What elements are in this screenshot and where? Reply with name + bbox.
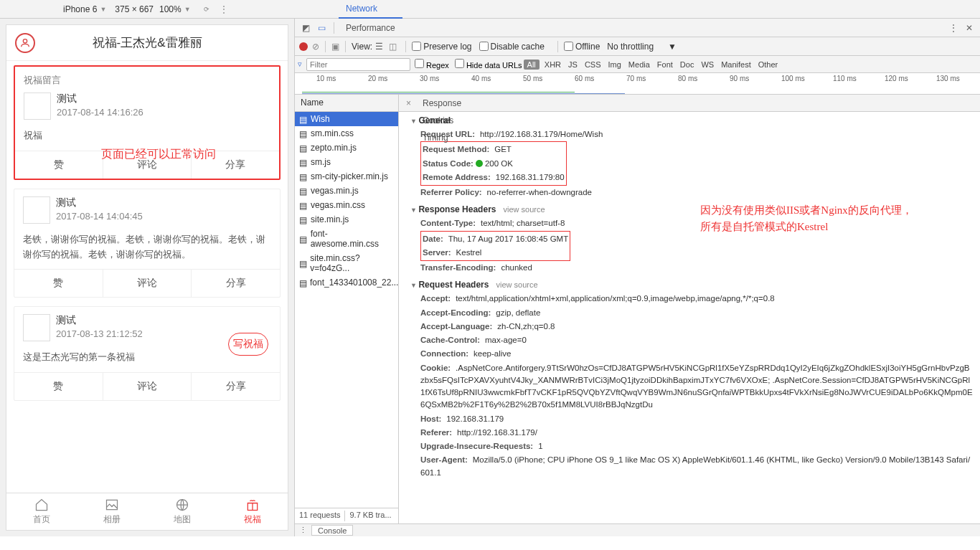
- capture-icon[interactable]: ▣: [331, 42, 339, 52]
- close-icon[interactable]: ✕: [963, 22, 975, 34]
- filter-type-js[interactable]: JS: [568, 60, 578, 69]
- devtools-tab-network[interactable]: Network: [339, 0, 402, 19]
- device-mode-icon[interactable]: ▭: [316, 22, 327, 34]
- viewport-dims[interactable]: 375 × 667: [115, 4, 154, 14]
- filter-type-ws[interactable]: WS: [701, 60, 714, 69]
- drawer-console-tab[interactable]: Console: [311, 525, 353, 536]
- device-select[interactable]: iPhone 6: [63, 4, 97, 14]
- preserve-log-checkbox[interactable]: Preserve log: [412, 42, 471, 52]
- request-row[interactable]: ▤zepto.min.js: [295, 141, 398, 155]
- like-button[interactable]: 赞: [15, 151, 103, 179]
- request-row[interactable]: ▤vegas.min.css: [295, 198, 398, 212]
- tab-home[interactable]: 首页: [6, 493, 77, 530]
- post-author: 测试: [56, 314, 143, 327]
- filter-bar: ▿ Regex Hide data URLs AllXHRJSCSSImgMed…: [295, 56, 980, 73]
- request-row[interactable]: ▤sm.min.css: [295, 126, 398, 141]
- write-wish-button[interactable]: 写祝福: [228, 333, 268, 356]
- tab-map[interactable]: 地图: [147, 493, 217, 530]
- drawer-menu-icon[interactable]: ⋮: [299, 526, 307, 535]
- share-button[interactable]: 分享: [191, 373, 280, 400]
- devtools-tabs: ◩ ▭ ElementsConsoleSourcesNetworkPerform…: [295, 19, 980, 37]
- file-icon: ▤: [299, 186, 308, 195]
- request-row[interactable]: ▤font_1433401008_22...: [295, 275, 398, 290]
- request-list: Name ▤Wish▤sm.min.css▤zepto.min.js▤sm.js…: [295, 95, 399, 523]
- request-row[interactable]: ▤sm-city-picker.min.js: [295, 169, 398, 184]
- file-icon: ▤: [299, 215, 308, 224]
- name-column-header[interactable]: Name: [295, 95, 398, 112]
- offline-checkbox[interactable]: Offline: [564, 42, 600, 52]
- zoom-select[interactable]: 100%: [159, 4, 182, 14]
- file-icon: ▤: [299, 143, 308, 152]
- post-avatar: [24, 93, 51, 120]
- filter-type-all[interactable]: All: [524, 60, 540, 70]
- close-detail-icon[interactable]: ×: [402, 98, 415, 108]
- bottom-nav: 首页 相册 地图 祝福: [6, 493, 288, 530]
- network-toolbar: ⊘ ▣ View: ☰ ◫ Preserve log Disable cache…: [295, 37, 980, 56]
- filter-icon[interactable]: ▿: [298, 60, 302, 69]
- section-label: 祝福留言: [24, 74, 270, 87]
- file-icon: ▤: [299, 172, 308, 181]
- file-icon: ▤: [299, 129, 308, 138]
- like-button[interactable]: 赞: [14, 270, 103, 297]
- app-header: 祝福-王杰光&雷雅丽: [6, 25, 288, 61]
- disable-cache-checkbox[interactable]: Disable cache: [479, 42, 545, 52]
- tab-wish[interactable]: 祝福: [217, 493, 288, 530]
- more-icon[interactable]: ⋮: [220, 4, 228, 14]
- post-avatar: [23, 314, 50, 341]
- request-row[interactable]: ▤vegas.min.js: [295, 184, 398, 198]
- filter-input[interactable]: [306, 58, 410, 71]
- filter-type-other[interactable]: Other: [758, 60, 778, 69]
- post-avatar: [23, 196, 50, 224]
- request-row[interactable]: ▤site.min.js: [295, 212, 398, 227]
- wish-card: 祝福留言 测试 2017-08-14 14:16:26 祝福 赞 评论: [14, 65, 281, 180]
- request-headers-section[interactable]: Request Headersview source: [410, 278, 973, 292]
- request-row[interactable]: ▤sm.js: [295, 155, 398, 169]
- inspect-icon[interactable]: ◩: [300, 22, 311, 34]
- like-button[interactable]: 赞: [14, 373, 103, 400]
- rotate-icon[interactable]: ⟳: [204, 6, 209, 13]
- regex-checkbox[interactable]: Regex: [415, 59, 449, 70]
- filter-type-media[interactable]: Media: [628, 60, 650, 69]
- share-button[interactable]: 分享: [191, 270, 280, 297]
- file-icon: ▤: [299, 259, 307, 267]
- tab-album[interactable]: 相册: [77, 493, 147, 530]
- request-row[interactable]: ▤site.min.css?v=fo4zG...: [295, 251, 398, 275]
- file-icon: ▤: [299, 234, 308, 243]
- annotation-text: 因为没有使用类似IIS或者Nginx的反向代理， 所有是自托管模式的Kestre…: [700, 202, 913, 234]
- comment-button[interactable]: 评论: [103, 270, 192, 297]
- file-icon: ▤: [299, 115, 308, 123]
- view-frame-icon[interactable]: ◫: [389, 42, 397, 52]
- general-section[interactable]: General: [410, 113, 973, 128]
- more-icon[interactable]: ⋮: [948, 22, 959, 34]
- hide-dataurls-checkbox[interactable]: Hide data URLs: [455, 59, 522, 70]
- request-row[interactable]: ▤font-awesome.min.css: [295, 227, 398, 251]
- phone-frame: 祝福-王杰光&雷雅丽 祝福留言 测试 2017-08-14 14:16:26: [6, 24, 288, 531]
- comment-button[interactable]: 评论: [103, 373, 192, 400]
- file-icon: ▤: [299, 201, 308, 209]
- clear-icon[interactable]: ⊘: [312, 42, 319, 52]
- record-icon[interactable]: [299, 42, 308, 51]
- user-icon[interactable]: [15, 33, 35, 53]
- filter-type-css[interactable]: CSS: [585, 60, 601, 69]
- filter-type-xhr[interactable]: XHR: [545, 60, 561, 69]
- file-icon: ▤: [299, 278, 307, 287]
- wish-card: 测试 2017-08-13 21:12:52 这是王杰光写的第一条祝福 赞 评论…: [14, 306, 281, 401]
- post-author: 测试: [56, 196, 143, 209]
- devtools-tab-performance[interactable]: Performance: [339, 19, 402, 37]
- svg-rect-1: [107, 500, 118, 509]
- throttle-select[interactable]: No throttling: [607, 42, 654, 52]
- detail-tab-response[interactable]: Response: [415, 95, 468, 112]
- view-list-icon[interactable]: ☰: [375, 42, 383, 52]
- filter-type-manifest[interactable]: Manifest: [721, 60, 751, 69]
- filter-type-img[interactable]: Img: [608, 60, 621, 69]
- post-time: 2017-08-14 14:16:26: [57, 107, 143, 118]
- post-author: 测试: [57, 93, 143, 105]
- request-row[interactable]: ▤Wish: [295, 112, 398, 126]
- device-toolbar: iPhone 6▼ 375 × 667 100%▼ ⟳ ⋮: [0, 0, 980, 19]
- post-body: 老铁，谢谢你写的祝福。老铁，谢谢你写的祝福。老铁，谢谢你写的祝福。老铁，谢谢你写…: [23, 232, 271, 262]
- timeline[interactable]: 10 ms20 ms30 ms40 ms50 ms60 ms70 ms80 ms…: [295, 73, 980, 95]
- request-status-bar: 11 requests 9.7 KB tra...: [295, 508, 398, 523]
- post-time: 2017-08-13 21:12:52: [56, 328, 143, 339]
- filter-type-font[interactable]: Font: [657, 60, 673, 69]
- filter-type-doc[interactable]: Doc: [680, 60, 694, 69]
